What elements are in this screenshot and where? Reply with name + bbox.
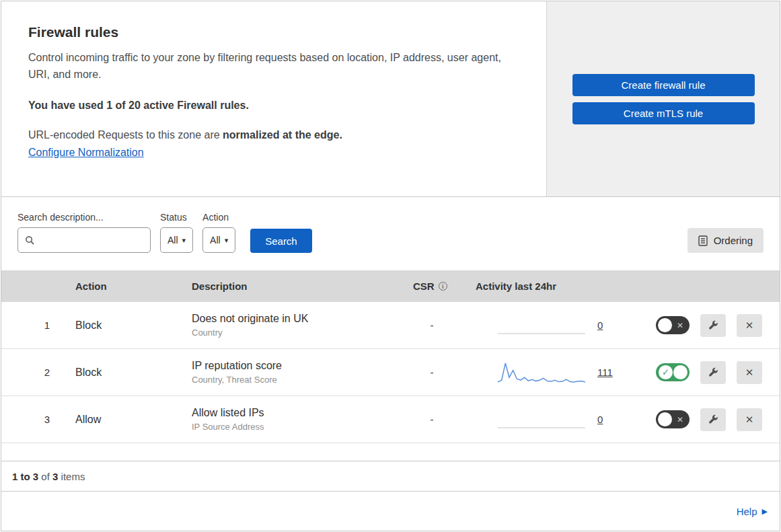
rule-activity-cell: 0 bbox=[466, 406, 634, 433]
intro-block: Firewall rules Control incoming traffic … bbox=[1, 1, 546, 196]
search-input[interactable] bbox=[40, 234, 143, 246]
action-label: Action bbox=[202, 212, 235, 223]
action-dropdown[interactable]: All ▾ bbox=[202, 227, 235, 253]
page-title: Firewall rules bbox=[28, 24, 519, 40]
info-icon: i bbox=[439, 282, 447, 291]
rule-action: Allow bbox=[62, 414, 178, 426]
chevron-down-icon: ▾ bbox=[225, 236, 229, 245]
help-row: Help ▶ bbox=[1, 491, 780, 531]
rule-description: Allow listed IPs bbox=[192, 407, 398, 419]
firewall-rules-page: Firewall rules Control incoming traffic … bbox=[1, 1, 780, 531]
rule-priority: 3 bbox=[1, 414, 62, 425]
create-mtls-rule-button[interactable]: Create mTLS rule bbox=[572, 102, 755, 124]
pagination-items: items bbox=[61, 471, 85, 482]
x-icon: ✕ bbox=[677, 321, 683, 330]
create-firewall-rule-button[interactable]: Create firewall rule bbox=[572, 74, 755, 96]
table-header-row: Action Description CSR i Activity last 2… bbox=[1, 270, 780, 302]
table-row: 1 Block Does not originate in UK Country… bbox=[1, 302, 780, 349]
edit-rule-button[interactable] bbox=[700, 361, 726, 384]
status-dropdown-value: All bbox=[168, 235, 178, 245]
rule-description-cell: Allow listed IPs IP Source Address bbox=[178, 407, 398, 432]
rule-controls: ✓ ✕ ✕ bbox=[634, 408, 780, 431]
normalization-bold: normalized at the edge. bbox=[223, 129, 342, 141]
ordering-button[interactable]: Ordering bbox=[687, 228, 764, 253]
rule-priority: 2 bbox=[1, 367, 62, 378]
rule-csr: - bbox=[398, 414, 466, 425]
rule-fields: Country, Threat Score bbox=[192, 375, 398, 385]
activity-count-link[interactable]: 111 bbox=[597, 367, 613, 378]
table-row: 2 Block IP reputation score Country, Thr… bbox=[1, 349, 780, 396]
page-header-section: Firewall rules Control incoming traffic … bbox=[1, 1, 780, 197]
rule-action: Block bbox=[62, 367, 178, 379]
wrench-icon bbox=[708, 414, 718, 424]
pagination-range: 1 to 3 bbox=[12, 471, 38, 482]
csr-header-label: CSR bbox=[413, 280, 435, 292]
search-label: Search description... bbox=[17, 212, 151, 223]
search-icon bbox=[25, 235, 35, 245]
search-button[interactable]: Search bbox=[250, 229, 312, 253]
pagination-total: 3 bbox=[52, 471, 58, 482]
action-column-header: Action bbox=[62, 280, 178, 292]
chevron-right-icon: ▶ bbox=[762, 507, 768, 516]
rule-activity-cell: 0 bbox=[466, 312, 634, 339]
delete-rule-button[interactable]: ✕ bbox=[737, 361, 762, 384]
wrench-icon bbox=[708, 367, 718, 377]
actions-panel: Create firewall rule Create mTLS rule bbox=[546, 1, 780, 196]
rule-description-cell: Does not originate in UK Country bbox=[178, 313, 398, 338]
rule-activity-cell: 111 bbox=[466, 359, 634, 386]
filter-bar: Search description... Status All ▾ Actio… bbox=[1, 197, 780, 270]
rules-table: Action Description CSR i Activity last 2… bbox=[1, 270, 780, 443]
rule-priority: 1 bbox=[1, 319, 62, 331]
help-link-label: Help bbox=[737, 506, 757, 517]
rule-controls: ✓ ✕ ✕ bbox=[634, 361, 780, 384]
action-dropdown-value: All bbox=[210, 235, 221, 245]
check-icon: ✓ bbox=[659, 365, 673, 379]
activity-count-link[interactable]: 0 bbox=[597, 414, 603, 425]
toggle-knob bbox=[658, 412, 672, 426]
rule-enabled-toggle[interactable]: ✓ ✕ bbox=[656, 363, 690, 381]
pagination-of: of bbox=[41, 471, 50, 482]
status-filter-group: Status All ▾ bbox=[160, 212, 193, 253]
rule-fields: Country bbox=[192, 328, 398, 338]
wrench-icon bbox=[708, 320, 718, 330]
search-filter-group: Search description... bbox=[17, 212, 151, 253]
rule-enabled-toggle[interactable]: ✓ ✕ bbox=[656, 410, 690, 428]
x-icon: ✕ bbox=[677, 416, 683, 424]
rule-description: IP reputation score bbox=[192, 360, 398, 372]
pagination-summary: 1 to 3 of 3 items bbox=[1, 461, 780, 491]
usage-summary: You have used 1 of 20 active Firewall ru… bbox=[28, 100, 519, 112]
toggle-knob bbox=[658, 318, 672, 332]
status-dropdown[interactable]: All ▾ bbox=[160, 227, 193, 253]
rule-description-cell: IP reputation score Country, Threat Scor… bbox=[178, 360, 398, 385]
table-bottom-spacer bbox=[1, 443, 780, 461]
x-icon: ✕ bbox=[745, 414, 754, 424]
normalization-note: URL-encoded Requests to this zone are no… bbox=[28, 129, 519, 141]
rule-csr: - bbox=[398, 319, 466, 331]
rule-controls: ✓ ✕ ✕ bbox=[634, 314, 780, 337]
rule-enabled-toggle[interactable]: ✓ ✕ bbox=[656, 316, 690, 334]
rule-csr: - bbox=[398, 367, 466, 378]
activity-sparkline bbox=[498, 312, 585, 339]
search-box bbox=[17, 227, 151, 253]
activity-count-link[interactable]: 0 bbox=[597, 319, 603, 331]
status-label: Status bbox=[160, 212, 193, 223]
rule-description: Does not originate in UK bbox=[192, 313, 398, 325]
edit-rule-button[interactable] bbox=[700, 408, 726, 431]
edit-rule-button[interactable] bbox=[700, 314, 726, 337]
delete-rule-button[interactable]: ✕ bbox=[737, 408, 762, 431]
x-icon: ✕ bbox=[745, 320, 754, 330]
activity-sparkline bbox=[498, 359, 585, 386]
configure-normalization-link[interactable]: Configure Normalization bbox=[28, 147, 144, 158]
chevron-down-icon: ▾ bbox=[182, 236, 186, 245]
delete-rule-button[interactable]: ✕ bbox=[737, 314, 762, 337]
help-link[interactable]: Help ▶ bbox=[737, 506, 768, 517]
ordering-list-icon bbox=[698, 235, 708, 246]
x-icon: ✕ bbox=[745, 367, 754, 377]
description-column-header: Description bbox=[178, 280, 398, 292]
normalization-prefix: URL-encoded Requests to this zone are bbox=[28, 129, 223, 141]
page-description: Control incoming traffic to your zone by… bbox=[28, 50, 519, 83]
toggle-knob bbox=[673, 365, 687, 379]
action-filter-group: Action All ▾ bbox=[202, 212, 235, 253]
table-row: 3 Allow Allow listed IPs IP Source Addre… bbox=[1, 396, 780, 443]
activity-sparkline bbox=[498, 406, 585, 433]
